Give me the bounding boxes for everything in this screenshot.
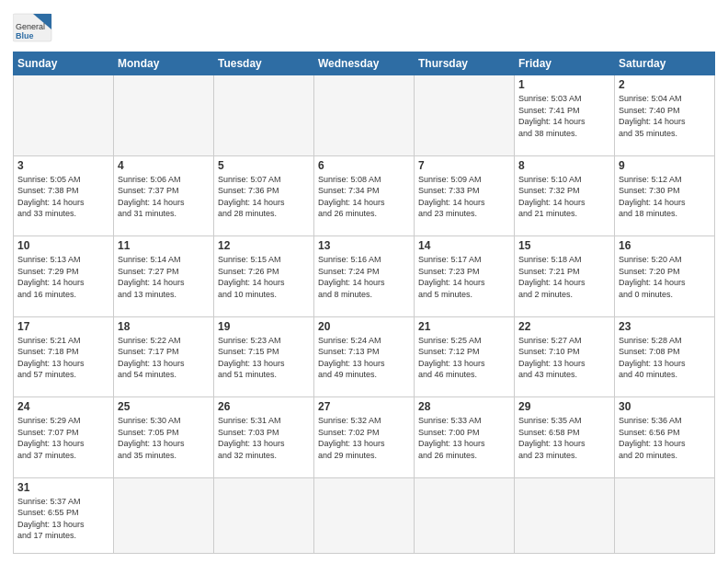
day-info: Sunrise: 5:32 AMSunset: 7:02 PMDaylight:… xyxy=(318,415,410,461)
day-info: Sunrise: 5:27 AMSunset: 7:10 PMDaylight:… xyxy=(518,335,610,381)
calendar-cell: 26Sunrise: 5:31 AMSunset: 7:03 PMDayligh… xyxy=(214,397,314,478)
day-number: 18 xyxy=(118,320,210,333)
day-number: 31 xyxy=(17,481,109,494)
calendar-table: Sunday Monday Tuesday Wednesday Thursday… xyxy=(13,52,715,554)
day-info: Sunrise: 5:33 AMSunset: 7:00 PMDaylight:… xyxy=(418,415,510,461)
day-number: 28 xyxy=(418,400,510,413)
day-number: 7 xyxy=(418,159,510,172)
calendar-cell: 15Sunrise: 5:18 AMSunset: 7:21 PMDayligh… xyxy=(515,236,615,317)
calendar-cell: 13Sunrise: 5:16 AMSunset: 7:24 PMDayligh… xyxy=(314,236,415,317)
day-info: Sunrise: 5:23 AMSunset: 7:15 PMDaylight:… xyxy=(218,335,310,381)
day-info: Sunrise: 5:12 AMSunset: 7:30 PMDaylight:… xyxy=(619,174,711,220)
calendar-cell xyxy=(214,75,314,156)
col-monday: Monday xyxy=(114,52,214,75)
day-number: 12 xyxy=(218,239,310,252)
day-info: Sunrise: 5:31 AMSunset: 7:03 PMDaylight:… xyxy=(218,415,310,461)
calendar-cell xyxy=(14,75,114,156)
day-number: 22 xyxy=(518,320,610,333)
day-number: 20 xyxy=(318,320,410,333)
day-number: 9 xyxy=(619,159,711,172)
day-number: 10 xyxy=(17,239,109,252)
day-number: 8 xyxy=(518,159,610,172)
day-number: 4 xyxy=(118,159,210,172)
calendar-cell: 17Sunrise: 5:21 AMSunset: 7:18 PMDayligh… xyxy=(14,316,114,397)
calendar-cell: 1Sunrise: 5:03 AMSunset: 7:41 PMDaylight… xyxy=(515,75,615,156)
calendar-cell: 9Sunrise: 5:12 AMSunset: 7:30 PMDaylight… xyxy=(615,155,715,236)
day-info: Sunrise: 5:07 AMSunset: 7:36 PMDaylight:… xyxy=(218,174,310,220)
day-info: Sunrise: 5:30 AMSunset: 7:05 PMDaylight:… xyxy=(118,415,210,461)
day-info: Sunrise: 5:36 AMSunset: 6:56 PMDaylight:… xyxy=(619,415,711,461)
day-info: Sunrise: 5:10 AMSunset: 7:32 PMDaylight:… xyxy=(518,174,610,220)
calendar-cell: 30Sunrise: 5:36 AMSunset: 6:56 PMDayligh… xyxy=(615,397,715,478)
calendar-cell xyxy=(214,477,314,553)
calendar-cell: 21Sunrise: 5:25 AMSunset: 7:12 PMDayligh… xyxy=(415,316,515,397)
day-number: 30 xyxy=(619,400,711,413)
col-thursday: Thursday xyxy=(415,52,515,75)
day-info: Sunrise: 5:37 AMSunset: 6:55 PMDaylight:… xyxy=(17,496,109,542)
day-number: 1 xyxy=(518,78,610,91)
calendar-cell: 22Sunrise: 5:27 AMSunset: 7:10 PMDayligh… xyxy=(515,316,615,397)
calendar-cell xyxy=(314,477,415,553)
svg-text:Blue: Blue xyxy=(16,31,34,40)
day-info: Sunrise: 5:08 AMSunset: 7:34 PMDaylight:… xyxy=(318,174,410,220)
calendar-cell xyxy=(114,477,214,553)
col-saturday: Saturday xyxy=(615,52,715,75)
day-info: Sunrise: 5:06 AMSunset: 7:37 PMDaylight:… xyxy=(118,174,210,220)
day-number: 6 xyxy=(318,159,410,172)
calendar-cell xyxy=(114,75,214,156)
svg-text:General: General xyxy=(16,22,45,31)
day-number: 16 xyxy=(619,239,711,252)
day-number: 13 xyxy=(318,239,410,252)
calendar-cell xyxy=(314,75,415,156)
day-number: 14 xyxy=(418,239,510,252)
day-number: 17 xyxy=(17,320,109,333)
calendar-cell: 12Sunrise: 5:15 AMSunset: 7:26 PMDayligh… xyxy=(214,236,314,317)
day-info: Sunrise: 5:21 AMSunset: 7:18 PMDaylight:… xyxy=(17,335,109,381)
calendar-cell: 19Sunrise: 5:23 AMSunset: 7:15 PMDayligh… xyxy=(214,316,314,397)
day-info: Sunrise: 5:09 AMSunset: 7:33 PMDaylight:… xyxy=(418,174,510,220)
day-number: 27 xyxy=(318,400,410,413)
calendar-cell: 14Sunrise: 5:17 AMSunset: 7:23 PMDayligh… xyxy=(415,236,515,317)
calendar-cell: 25Sunrise: 5:30 AMSunset: 7:05 PMDayligh… xyxy=(114,397,214,478)
header: GeneralBlue xyxy=(13,9,715,46)
calendar-cell: 5Sunrise: 5:07 AMSunset: 7:36 PMDaylight… xyxy=(214,155,314,236)
day-info: Sunrise: 5:14 AMSunset: 7:27 PMDaylight:… xyxy=(118,254,210,300)
calendar-cell: 4Sunrise: 5:06 AMSunset: 7:37 PMDaylight… xyxy=(114,155,214,236)
day-info: Sunrise: 5:17 AMSunset: 7:23 PMDaylight:… xyxy=(418,254,510,300)
day-info: Sunrise: 5:25 AMSunset: 7:12 PMDaylight:… xyxy=(418,335,510,381)
day-number: 24 xyxy=(17,400,109,413)
calendar-cell xyxy=(415,75,515,156)
day-number: 26 xyxy=(218,400,310,413)
day-info: Sunrise: 5:28 AMSunset: 7:08 PMDaylight:… xyxy=(619,335,711,381)
day-number: 29 xyxy=(518,400,610,413)
col-wednesday: Wednesday xyxy=(314,52,415,75)
col-tuesday: Tuesday xyxy=(214,52,314,75)
day-info: Sunrise: 5:15 AMSunset: 7:26 PMDaylight:… xyxy=(218,254,310,300)
day-number: 21 xyxy=(418,320,510,333)
day-info: Sunrise: 5:20 AMSunset: 7:20 PMDaylight:… xyxy=(619,254,711,300)
calendar-cell: 27Sunrise: 5:32 AMSunset: 7:02 PMDayligh… xyxy=(314,397,415,478)
calendar-cell: 28Sunrise: 5:33 AMSunset: 7:00 PMDayligh… xyxy=(415,397,515,478)
calendar-cell: 31Sunrise: 5:37 AMSunset: 6:55 PMDayligh… xyxy=(14,477,114,553)
day-number: 25 xyxy=(118,400,210,413)
day-info: Sunrise: 5:13 AMSunset: 7:29 PMDaylight:… xyxy=(17,254,109,300)
day-info: Sunrise: 5:16 AMSunset: 7:24 PMDaylight:… xyxy=(318,254,410,300)
day-number: 5 xyxy=(218,159,310,172)
day-info: Sunrise: 5:18 AMSunset: 7:21 PMDaylight:… xyxy=(518,254,610,300)
day-info: Sunrise: 5:05 AMSunset: 7:38 PMDaylight:… xyxy=(17,174,109,220)
col-sunday: Sunday xyxy=(14,52,114,75)
day-number: 15 xyxy=(518,239,610,252)
calendar-cell xyxy=(615,477,715,553)
col-friday: Friday xyxy=(515,52,615,75)
calendar-cell: 7Sunrise: 5:09 AMSunset: 7:33 PMDaylight… xyxy=(415,155,515,236)
logo: GeneralBlue xyxy=(13,9,59,46)
calendar-cell xyxy=(415,477,515,553)
calendar-cell: 24Sunrise: 5:29 AMSunset: 7:07 PMDayligh… xyxy=(14,397,114,478)
calendar-cell: 6Sunrise: 5:08 AMSunset: 7:34 PMDaylight… xyxy=(314,155,415,236)
day-info: Sunrise: 5:04 AMSunset: 7:40 PMDaylight:… xyxy=(619,93,711,139)
calendar-cell: 23Sunrise: 5:28 AMSunset: 7:08 PMDayligh… xyxy=(615,316,715,397)
day-info: Sunrise: 5:22 AMSunset: 7:17 PMDaylight:… xyxy=(118,335,210,381)
page: GeneralBlue Sunday Monday Tuesday Wednes… xyxy=(0,0,728,563)
calendar-cell: 11Sunrise: 5:14 AMSunset: 7:27 PMDayligh… xyxy=(114,236,214,317)
day-info: Sunrise: 5:03 AMSunset: 7:41 PMDaylight:… xyxy=(518,93,610,139)
